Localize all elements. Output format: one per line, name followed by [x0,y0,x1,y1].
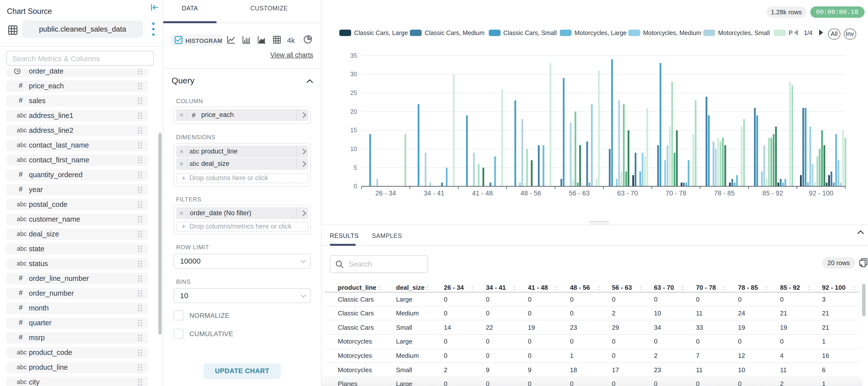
svg-text:30: 30 [350,70,357,78]
svg-text:85 - 92: 85 - 92 [763,189,783,197]
svg-text:63 - 70: 63 - 70 [617,189,638,197]
svg-text:78 - 85: 78 - 85 [714,189,735,197]
svg-text:5: 5 [353,164,357,171]
svg-text:41 - 48: 41 - 48 [472,189,493,197]
svg-text:35: 35 [350,52,357,59]
svg-text:15: 15 [350,127,357,133]
svg-text:48 - 56: 48 - 56 [521,189,541,197]
svg-text:92 - 100: 92 - 100 [809,189,833,197]
svg-text:0: 0 [353,183,357,189]
svg-text:26 - 34: 26 - 34 [375,189,396,197]
svg-text:34 - 41: 34 - 41 [424,189,444,197]
svg-text:70 - 78: 70 - 78 [665,189,686,197]
svg-text:20: 20 [350,108,357,115]
svg-text:25: 25 [350,89,357,96]
svg-text:56 - 63: 56 - 63 [569,189,590,197]
svg-text:10: 10 [350,145,357,152]
